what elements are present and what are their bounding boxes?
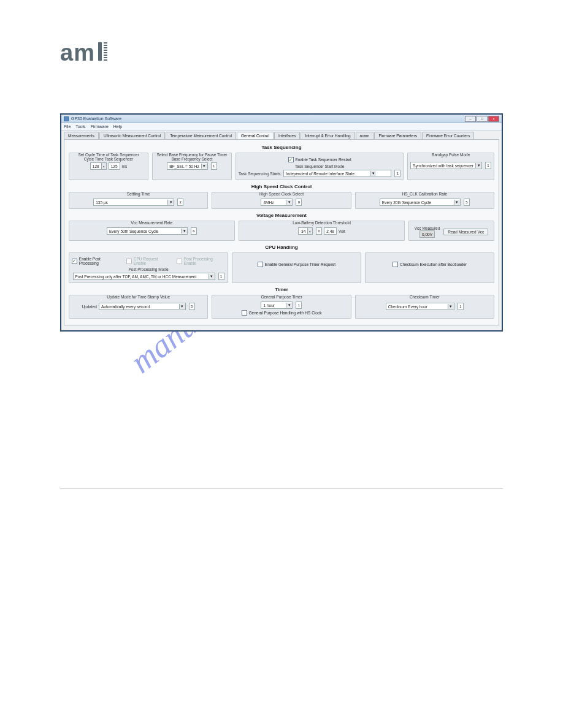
section-cpu-title: CPU Handling [68, 242, 495, 251]
pp-mode-combo[interactable]: Post Precessing only after TOF, AM, AMC,… [73, 273, 215, 280]
checksum-timer-combo[interactable]: Checksum Every hour▾ [386, 303, 454, 310]
gpt-idx: 1 [296, 301, 302, 309]
group-gpt: General Purpose Timer 1 hour▾ 1 General … [212, 295, 351, 319]
enable-gpt-check[interactable]: Enable General Purpose Timer Request [258, 262, 335, 267]
brand-logo: am [60, 40, 107, 66]
vcc-rate-idx: 6 [191, 227, 197, 235]
lbd-idx: 0 [316, 227, 322, 235]
start-label: Task Sequencing Starts: [239, 172, 282, 176]
group-gpt-req: Enable General Purpose Timer Request [232, 252, 361, 283]
general-control-panel: Task Sequencing Set Cycle Time of Task S… [64, 140, 499, 325]
tab-acam[interactable]: acam [356, 132, 374, 139]
group-settling: Settling Time 135 µs▾ 2 [69, 192, 208, 209]
hsc-select-legend: High Speed Clock Select [258, 192, 305, 196]
group-hsc-cal: HS_CLK Calibration Rate Every 20th Seque… [355, 192, 494, 209]
tab-general-control[interactable]: General Control [237, 132, 274, 139]
hsc-select-idx: 0 [296, 199, 302, 206]
group-checksum-timer: Checksum Timer Checksum Every hour▾ 1 [355, 295, 494, 319]
read-vcc-button[interactable]: Read Measured Vcc [443, 229, 488, 235]
menu-file[interactable]: File [64, 124, 71, 129]
checksum-timer-idx: 1 [458, 303, 464, 310]
maximize-button[interactable]: □ [477, 116, 488, 122]
hsc-cal-legend: HS_CLK Calibration Rate [400, 192, 449, 196]
group-lbd: Low-Battery Detection Threshold 34▴ 0 2,… [239, 221, 405, 241]
app-icon [64, 116, 69, 121]
pp-enable2-check: Post Processing Enable [177, 257, 225, 265]
vcc-rate-legend: Vcc Measurement Rate [129, 221, 175, 225]
pp-mode-legend: Post Processing Mode [72, 267, 225, 271]
settling-idx: 2 [177, 199, 183, 206]
group-base-legend: Select Base Frequency for Pause Timer [155, 153, 229, 157]
gpt-legend: General Purpose Timer [259, 295, 304, 299]
tab-bar: Measurements Ultrasonic Measurement Cont… [64, 132, 499, 140]
checksum-timer-legend: Checksum Timer [408, 295, 442, 299]
window-title: GP30 Evaluation Software [71, 116, 465, 121]
group-vcc-read: Vcc Measured 0,00V Read Measured Vcc [408, 221, 494, 241]
lbd-v[interactable]: 34▴ [298, 227, 313, 235]
base-freq-idx: 1 [211, 162, 217, 170]
cycle-unit: ms [122, 164, 128, 169]
group-update-mode: Update Mode for Time Stamp Value Updated… [69, 295, 208, 319]
gpt-combo[interactable]: 1 hour▾ [261, 301, 293, 309]
tab-fw-parameters[interactable]: Firmware Parameters [374, 132, 421, 139]
update-legend: Update Mode for Time Stamp Value [105, 295, 172, 299]
start-mode-label: Task Sequencer Start Mode [239, 164, 400, 169]
tab-interfaces[interactable]: Interfaces [274, 132, 301, 139]
menubar: File Tools Firmware Help [61, 123, 502, 131]
section-timer-title: Timer [68, 284, 495, 294]
minimize-button[interactable]: – [465, 116, 476, 122]
section-vm-title: Voltage Measurement [68, 210, 495, 219]
enable-restart-check[interactable]: ✓Enable Task Sequencer Restart [288, 157, 351, 162]
titlebar: GP30 Evaluation Software – □ × [61, 115, 502, 123]
group-vcc-rate: Vcc Measurement Rate Every 50th Sequence… [69, 221, 235, 241]
base-freq-combo[interactable]: BF_SEL = 50 Hz▾ [167, 162, 207, 170]
group-restart: ✓Enable Task Sequencer Restart Task Sequ… [236, 153, 404, 180]
group-cycle-legend: Set Cycle Time of Task Sequencer [76, 153, 140, 157]
logo-text: am [60, 40, 95, 66]
group-bandgap: Bandgap Pulse Mode Synchronized with tas… [407, 153, 494, 180]
section-task-title: Task Sequencing [68, 142, 495, 151]
menu-help[interactable]: Help [113, 124, 122, 129]
menu-tools[interactable]: Tools [75, 124, 85, 129]
vcc-rate-combo[interactable]: Every 50th Sequence Cycle▾ [107, 227, 188, 235]
app-window: GP30 Evaluation Software – □ × File Tool… [60, 113, 503, 332]
tab-measurements[interactable]: Measurements [64, 132, 99, 139]
hsc-cal-combo[interactable]: Every 20th Sequence Cycle▾ [380, 199, 461, 206]
logo-bars-icon [96, 40, 107, 66]
group-hsc-select: High Speed Clock Select 4MHz▾ 0 [212, 192, 351, 209]
settling-legend: Settling Time [125, 192, 152, 196]
vcc-measured-label: Vcc Measured [415, 226, 440, 230]
hsc-cal-idx: 5 [464, 199, 470, 206]
enable-pp-check[interactable]: ✓Enable Post Processing [72, 257, 120, 265]
lbd-val: 2,48 [324, 227, 337, 235]
start-mode-combo[interactable]: Independent of Remote Interface State▾ [283, 170, 391, 177]
start-mode-idx: 1 [394, 170, 400, 177]
checksum-boot-check[interactable]: Checksum Execution after Bootloader [393, 262, 467, 267]
gpt-hs-check[interactable]: General Purpose Handling with HS Clock [242, 310, 322, 316]
divider [60, 488, 503, 489]
cycle-v2[interactable]: 125 [109, 162, 120, 170]
bandgap-idx: 1 [485, 162, 491, 169]
update-prefix: Updated [82, 305, 97, 309]
hsc-select-combo[interactable]: 4MHz▾ [261, 199, 293, 206]
settling-combo[interactable]: 135 µs▾ [93, 199, 174, 206]
update-idx: 5 [189, 303, 195, 310]
group-bandgap-legend: Bandgap Pulse Mode [430, 153, 472, 157]
menu-firmware[interactable]: Firmware [91, 124, 109, 129]
cycle-v1[interactable]: 128▴ [90, 162, 107, 170]
vcc-measured-val: 0,00V [419, 230, 435, 238]
lbd-unit: Volt [339, 229, 345, 233]
bandgap-combo[interactable]: Synchronized with task sequencer▾ [410, 162, 482, 169]
section-hsc-title: High Speed Clock Control [68, 181, 495, 191]
lbd-legend: Low-Battery Detection Threshold [291, 221, 353, 225]
tab-temperature[interactable]: Temperature Measurement Control [166, 132, 236, 139]
tab-ultrasonic[interactable]: Ultrasonic Measurement Control [99, 132, 165, 139]
base-sublabel: Base Frequency Select [155, 157, 229, 161]
group-post-processing: ✓Enable Post Processing CPU Request Enab… [69, 252, 228, 283]
cpu-req-check: CPU Request Enable [126, 257, 170, 265]
tab-fw-errors[interactable]: Firmware Error Counters [422, 132, 475, 139]
close-button[interactable]: × [488, 116, 499, 122]
update-combo[interactable]: Automatically every second▾ [99, 303, 186, 310]
pp-mode-idx: 1 [218, 273, 224, 280]
tab-interrupt[interactable]: Interrupt & Error Handling [301, 132, 354, 139]
